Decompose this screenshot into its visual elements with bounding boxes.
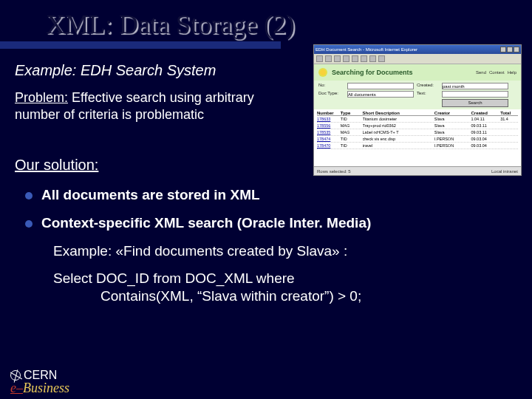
thumb-results-table: NumberTypeShort DescriptionCreatorCreate… bbox=[314, 109, 521, 166]
table-row: 178470TIDtravelI.PERSON09.03.04 bbox=[317, 143, 518, 149]
sql-line-1: Select DOC_ID from DOC_XML where bbox=[53, 270, 295, 286]
footer-brand-rest: Business bbox=[23, 381, 69, 395]
bullet-item: Context-specific XML search (Oracle Inte… bbox=[25, 215, 517, 231]
thumb-input-no bbox=[347, 83, 414, 89]
embedded-screenshot: EDH Document Search - Microsoft Internet… bbox=[313, 44, 522, 176]
bullet-icon bbox=[25, 192, 33, 200]
sql-line-2: Contains(XML, “Slava within creator”) > … bbox=[53, 287, 517, 305]
thumb-input-created bbox=[442, 83, 508, 89]
slide-footer: CERN e–Business bbox=[10, 369, 69, 395]
thumb-status-bar: Rows selected: 5 Local intranet bbox=[314, 166, 521, 175]
thumb-label: Created: bbox=[417, 83, 439, 89]
thumb-table-header: NumberTypeShort DescriptionCreatorCreate… bbox=[317, 111, 518, 116]
footer-brand-e: e bbox=[10, 381, 16, 395]
thumb-search-button: Search bbox=[442, 99, 508, 107]
table-row: 178535MAGLabel rxHCMS-T+ TSlava09.03.11 bbox=[317, 129, 518, 136]
thumb-status-right: Local intranet bbox=[491, 169, 518, 174]
thumb-input-type bbox=[347, 91, 414, 98]
thumb-status-left: Rows selected: 5 bbox=[317, 169, 351, 174]
thumb-search-form: No: Created: Doc Type: Text: Search bbox=[314, 81, 521, 109]
thumb-input-text bbox=[442, 91, 508, 98]
sql-example: Select DOC_ID from DOC_XML where Contain… bbox=[53, 270, 517, 305]
example-query-description: Example: «Find documents created by Slav… bbox=[53, 243, 517, 259]
sunflower-icon bbox=[318, 68, 327, 77]
thumb-window-controls bbox=[500, 47, 519, 52]
thumb-label: Doc Type: bbox=[318, 91, 344, 98]
problem-label: Problem: bbox=[15, 90, 68, 105]
bullet-item: All documents are stored in XML bbox=[25, 187, 517, 203]
thumb-page-banner: Searching for Documents Send Context Hel… bbox=[314, 64, 521, 81]
table-row: 178474TIDcheck vis enc dispI.PERSON09.03… bbox=[317, 136, 518, 143]
bullet-text: Context-specific XML search (Oracle Inte… bbox=[41, 215, 371, 231]
thumb-tab: Send bbox=[476, 70, 486, 75]
thumb-browser-toolbar bbox=[314, 54, 521, 64]
bullet-list: All documents are stored in XML Context-… bbox=[15, 187, 517, 231]
bullet-text: All documents are stored in XML bbox=[41, 187, 260, 203]
footer-org: CERN bbox=[24, 369, 57, 381]
thumb-tab: Help bbox=[508, 70, 516, 75]
cern-logo-icon bbox=[10, 370, 21, 381]
problem-text: Problem: Effective search using arbitrar… bbox=[15, 89, 296, 123]
thumb-label: Text: bbox=[417, 91, 439, 98]
footer-brand-dash: – bbox=[16, 381, 23, 395]
slide-title: XML: Data Storage (2) bbox=[0, 0, 532, 44]
thumb-banner-text: Searching for Documents bbox=[332, 69, 413, 76]
thumb-window-titlebar: EDH Document Search - Microsoft Internet… bbox=[314, 45, 521, 54]
table-row: 178633TIDTitanium dosimeterSlava1.04.113… bbox=[317, 116, 518, 123]
footer-org-line: CERN bbox=[10, 369, 69, 381]
table-row: 178556MAGTray+prod rtd0362Slava09.03.11 bbox=[317, 123, 518, 129]
thumb-tab: Context bbox=[489, 70, 505, 75]
footer-brand: e–Business bbox=[10, 381, 69, 395]
bullet-icon bbox=[25, 220, 33, 228]
thumb-banner-tabs: Send Context Help bbox=[476, 70, 516, 75]
thumb-window-title: EDH Document Search - Microsoft Internet… bbox=[316, 47, 417, 52]
thumb-label: No: bbox=[318, 83, 344, 89]
slide-content: Example: EDH Search System Problem: Effe… bbox=[0, 44, 532, 305]
